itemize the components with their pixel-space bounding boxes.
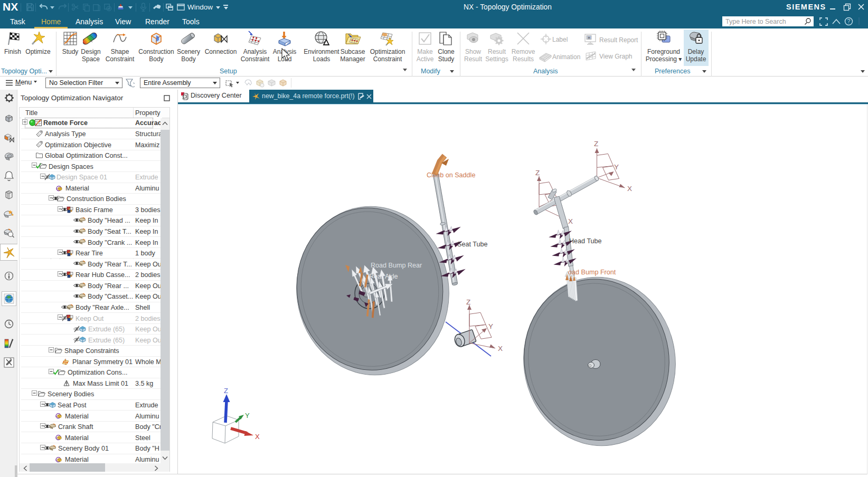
svg-text:Seat Tube: Seat Tube: [457, 241, 487, 248]
svg-text:Y: Y: [614, 163, 619, 171]
svg-text:X: X: [255, 433, 260, 441]
svg-text:Y: Y: [488, 322, 493, 330]
svg-text:X: X: [568, 217, 573, 225]
svg-text:?: ?: [847, 18, 851, 24]
svg-text:oad Bump Front: oad Bump Front: [568, 269, 616, 276]
svg-text:Y: Y: [245, 412, 250, 419]
svg-text:Road Bump Rear: Road Bump Rear: [371, 262, 422, 269]
svg-text:X: X: [627, 185, 632, 193]
svg-text:X: X: [498, 345, 503, 352]
svg-text:Rear Axle: Rear Axle: [369, 273, 398, 280]
svg-text:Head Tube: Head Tube: [569, 237, 602, 245]
svg-text:Z: Z: [224, 387, 228, 395]
svg-text:Z: Z: [594, 140, 598, 148]
svg-text:Z: Z: [535, 169, 540, 177]
svg-text:H: H: [588, 36, 590, 40]
svg-text:Z: Z: [466, 298, 470, 306]
